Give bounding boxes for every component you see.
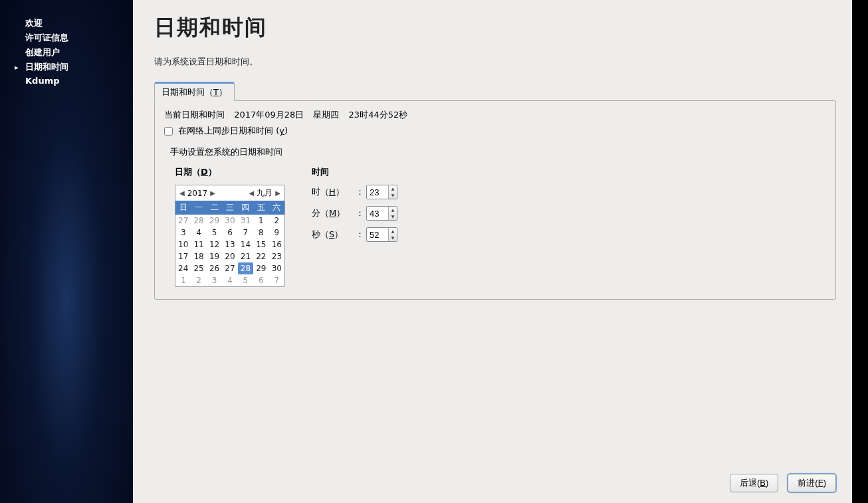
calendar-day[interactable]: 15 <box>253 239 269 251</box>
prev-year-icon[interactable]: ◀ <box>178 189 186 197</box>
calendar-day[interactable]: 29 <box>253 262 269 274</box>
calendar-day[interactable]: 3 <box>207 274 222 286</box>
sidebar-item-create-user[interactable]: 创建用户 <box>0 45 133 60</box>
calendar-day[interactable]: 6 <box>253 274 269 286</box>
hour-spinner[interactable]: ▲ ▼ <box>366 185 397 199</box>
second-input[interactable] <box>367 228 388 241</box>
calendar-grid: 日一二三四五六 27282930311234567891011121314151… <box>175 201 284 286</box>
hour-down-icon[interactable]: ▼ <box>389 192 397 199</box>
second-up-icon[interactable]: ▲ <box>389 228 397 235</box>
calendar-weekday: 六 <box>269 201 284 215</box>
next-month-icon[interactable]: ▶ <box>274 189 282 197</box>
sidebar-item-label: 日期和时间 <box>25 61 68 73</box>
calendar-day[interactable]: 10 <box>175 239 191 251</box>
minute-up-icon[interactable]: ▲ <box>389 207 397 213</box>
calendar-day[interactable]: 18 <box>191 251 206 262</box>
calendar-day[interactable]: 5 <box>207 227 222 239</box>
calendar-day[interactable]: 29 <box>207 215 222 227</box>
calendar-day[interactable]: 11 <box>191 239 206 251</box>
calendar-weekday: 一 <box>191 201 206 215</box>
network-sync-checkbox[interactable] <box>164 127 173 136</box>
minute-input[interactable] <box>367 207 388 220</box>
calendar-day[interactable]: 7 <box>238 227 253 239</box>
hour-input[interactable] <box>367 185 388 199</box>
prev-month-icon[interactable]: ◀ <box>248 189 256 197</box>
minute-label: 分（M） <box>312 207 353 219</box>
hour-label: 时（H） <box>312 186 353 198</box>
network-sync-label[interactable]: 在网络上同步日期和时间 (y) <box>178 125 288 137</box>
calendar-day[interactable]: 2 <box>269 215 284 227</box>
sidebar-item-datetime[interactable]: ▸ 日期和时间 <box>0 60 133 74</box>
calendar-day[interactable]: 4 <box>222 274 237 286</box>
separator: ： <box>353 229 366 241</box>
tab-bar: 日期和时间（T） 当前日期和时间 2017年09月28日 星期四 23时44分5… <box>154 81 836 300</box>
calendar-day[interactable]: 23 <box>269 251 284 262</box>
sidebar-item-license[interactable]: 许可证信息 <box>0 31 133 45</box>
sidebar-item-label: 欢迎 <box>25 17 43 29</box>
calendar-day[interactable]: 14 <box>238 239 253 251</box>
hour-row: 时（H） ： ▲ ▼ <box>312 185 397 199</box>
calendar-day[interactable]: 30 <box>222 215 237 227</box>
calendar-day[interactable]: 8 <box>253 227 269 239</box>
calendar-day[interactable]: 4 <box>191 227 206 239</box>
minute-down-icon[interactable]: ▼ <box>389 213 397 220</box>
page-subtitle: 请为系统设置日期和时间。 <box>154 56 836 68</box>
calendar-day[interactable]: 7 <box>269 274 284 286</box>
second-down-icon[interactable]: ▼ <box>389 235 397 241</box>
calendar-day[interactable]: 28 <box>238 262 253 274</box>
minute-spinner[interactable]: ▲ ▼ <box>366 206 397 221</box>
calendar-day[interactable]: 16 <box>269 239 284 251</box>
back-button[interactable]: 后退(B) <box>730 474 778 492</box>
sidebar-item-label: 创建用户 <box>25 47 60 58</box>
calendar-day[interactable]: 9 <box>269 227 284 239</box>
sidebar: 欢迎 许可证信息 创建用户 ▸ 日期和时间 Kdump <box>0 0 133 503</box>
sidebar-item-kdump[interactable]: Kdump <box>0 74 133 87</box>
calendar-day[interactable]: 21 <box>238 251 253 262</box>
calendar-day[interactable]: 12 <box>207 239 222 251</box>
tab-shortcut: T <box>213 87 219 97</box>
calendar-day[interactable]: 6 <box>222 227 237 239</box>
calendar-day[interactable]: 24 <box>175 262 191 274</box>
calendar-year[interactable]: 2017 <box>187 189 208 198</box>
sidebar-item-welcome[interactable]: 欢迎 <box>0 16 133 31</box>
calendar-day[interactable]: 25 <box>191 262 206 274</box>
hour-up-icon[interactable]: ▲ <box>389 185 397 192</box>
calendar-day[interactable]: 5 <box>238 274 253 286</box>
calendar-day[interactable]: 31 <box>238 215 253 227</box>
separator: ： <box>353 186 366 198</box>
calendar-day[interactable]: 22 <box>253 251 269 262</box>
calendar-day[interactable]: 3 <box>175 227 191 239</box>
calendar-widget[interactable]: ◀ 2017 ▶ ◀ 九月 ▶ 日一二三四五六 <box>175 185 285 287</box>
date-section-title: 日期（D） <box>175 166 285 178</box>
tab-label-post: ） <box>219 87 227 97</box>
calendar-day[interactable]: 27 <box>222 262 237 274</box>
calendar-weekday: 五 <box>253 201 269 215</box>
calendar-day[interactable]: 27 <box>175 215 191 227</box>
current-datetime-row: 当前日期和时间 2017年09月28日 星期四 23时44分52秒 <box>164 109 826 121</box>
calendar-month[interactable]: 九月 <box>257 187 272 199</box>
calendar-weekday: 日 <box>175 201 191 215</box>
footer-buttons: 后退(B) 前进(F) <box>730 474 836 492</box>
calendar-day[interactable]: 13 <box>222 239 237 251</box>
main-panel: 日期和时间 请为系统设置日期和时间。 日期和时间（T） 当前日期和时间 2017… <box>133 0 852 503</box>
second-spinner[interactable]: ▲ ▼ <box>366 227 397 242</box>
calendar-day[interactable]: 26 <box>207 262 222 274</box>
current-dt-label: 当前日期和时间 <box>164 110 225 120</box>
calendar-day[interactable]: 1 <box>253 215 269 227</box>
calendar-day[interactable]: 17 <box>175 251 191 262</box>
active-marker-icon: ▸ <box>15 63 19 72</box>
calendar-day[interactable]: 28 <box>191 215 206 227</box>
next-year-icon[interactable]: ▶ <box>209 189 217 197</box>
minute-row: 分（M） ： ▲ ▼ <box>312 206 397 221</box>
calendar-day[interactable]: 19 <box>207 251 222 262</box>
year-nav: ◀ 2017 ▶ <box>178 189 217 198</box>
calendar-day[interactable]: 2 <box>191 274 206 286</box>
calendar-day[interactable]: 1 <box>175 274 191 286</box>
datetime-panel: 当前日期和时间 2017年09月28日 星期四 23时44分52秒 在网络上同步… <box>154 100 836 300</box>
tab-label-pre: 日期和时间（ <box>162 87 213 97</box>
forward-button[interactable]: 前进(F) <box>788 474 836 492</box>
manual-set-hint: 手动设置您系统的日期和时间 <box>170 146 826 158</box>
calendar-day[interactable]: 30 <box>269 262 284 274</box>
tab-datetime[interactable]: 日期和时间（T） <box>154 82 235 101</box>
calendar-day[interactable]: 20 <box>222 251 237 262</box>
